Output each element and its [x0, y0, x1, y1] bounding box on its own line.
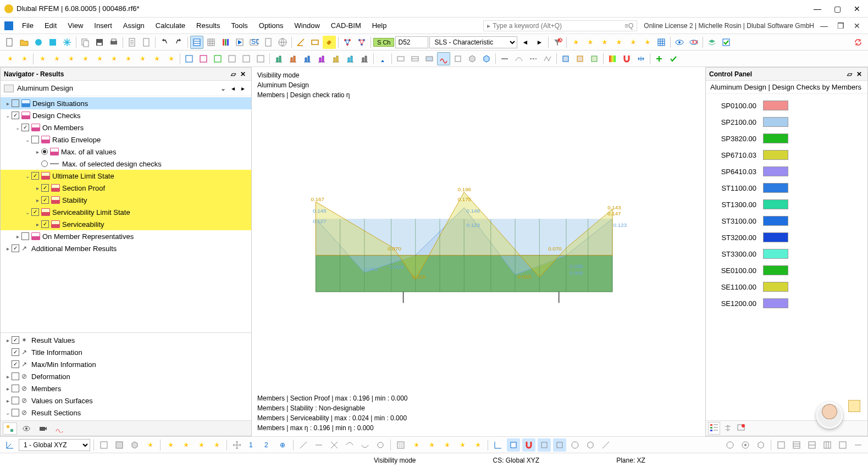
magnet-icon[interactable] — [620, 52, 633, 65]
model-viewport[interactable]: Visibility mode Aluminum Design Members … — [252, 67, 705, 436]
assistant-avatar[interactable] — [816, 402, 843, 429]
nav-tab-eye-icon[interactable] — [19, 422, 34, 435]
sc-icon[interactable]: SC — [247, 36, 261, 49]
menu-cadbim[interactable]: CAD-BIM — [327, 19, 366, 32]
tree-additional-member[interactable]: ▸↗Additional Member Results — [1, 242, 251, 254]
bb-tool-5[interactable] — [164, 438, 177, 452]
dim-yz-icon[interactable] — [626, 36, 639, 49]
bb-sub1-icon[interactable]: 1 — [246, 438, 259, 452]
dim-zz-icon[interactable] — [640, 36, 654, 49]
run-icon[interactable] — [233, 36, 246, 49]
navigator-bottom-tree[interactable]: ▸✶Result Values ↗Title Information ↗Max/… — [1, 332, 251, 420]
bb-snap-3[interactable] — [440, 438, 454, 452]
bb-right-2[interactable] — [739, 438, 752, 452]
coordinate-system-combo[interactable]: 1 - Global XYZ — [19, 439, 90, 451]
menu-assign[interactable]: Assign — [119, 19, 149, 32]
dim-xz-icon[interactable] — [598, 36, 611, 49]
struct-tool-4[interactable] — [315, 52, 328, 65]
bb-snap-2[interactable] — [425, 438, 438, 452]
star-tool-7[interactable] — [93, 52, 106, 65]
bb-axis-icon[interactable] — [491, 438, 505, 452]
dim-yy-icon[interactable] — [612, 36, 625, 49]
print-icon[interactable] — [107, 36, 120, 49]
nav-sub-dropdown-icon[interactable]: ⌄ — [218, 84, 228, 93]
bb-line-2[interactable] — [312, 438, 325, 452]
line-style-4[interactable] — [541, 52, 554, 65]
nav-tab-camera-icon[interactable] — [36, 422, 50, 435]
bb-line-4[interactable] — [343, 438, 356, 452]
star-tool-12[interactable] — [164, 52, 178, 65]
star-tool-10[interactable] — [136, 52, 149, 65]
star-tool-1[interactable] — [3, 52, 16, 65]
frame-tool-1[interactable] — [183, 52, 196, 65]
frame-tool-6[interactable] — [254, 52, 267, 65]
snowflake-icon[interactable] — [60, 36, 74, 49]
star-tool-11[interactable] — [150, 52, 163, 65]
bb-tool-8[interactable] — [210, 438, 223, 452]
nav-sub-prev-icon[interactable]: ◂ — [228, 84, 238, 93]
color-column-icon[interactable] — [219, 36, 232, 49]
eye-value-icon[interactable]: xx — [687, 36, 700, 49]
save-icon[interactable] — [93, 36, 106, 49]
open-folder-icon[interactable] — [18, 36, 31, 49]
bb-view-2[interactable] — [538, 438, 551, 452]
layers-icon[interactable] — [705, 36, 718, 49]
highlight-icon[interactable] — [323, 36, 336, 49]
eye-icon[interactable] — [673, 36, 686, 49]
line-style-2[interactable] — [512, 52, 526, 65]
frame-tool-5[interactable] — [240, 52, 253, 65]
tree-sls[interactable]: ⌄Serviceability Limit State — [1, 206, 251, 218]
bb-line-1[interactable] — [297, 438, 310, 452]
bb-grid-icon[interactable] — [394, 438, 407, 452]
dim-xy-icon[interactable] — [583, 36, 596, 49]
loadcase-combo[interactable] — [395, 36, 428, 48]
struct-tool-5[interactable] — [329, 52, 342, 65]
bb-right-4[interactable] — [775, 438, 788, 452]
view-tool-1[interactable] — [394, 52, 407, 65]
check-tool-icon[interactable] — [667, 52, 680, 65]
struct-tool-3[interactable] — [301, 52, 314, 65]
menu-results[interactable]: Results — [192, 19, 224, 32]
tree-section-proof[interactable]: ▸Section Proof — [1, 182, 251, 194]
app-menu-icon[interactable] — [4, 21, 13, 30]
grid-tool-icon[interactable] — [655, 36, 668, 49]
frame-tool-2[interactable] — [197, 52, 210, 65]
bb-tool-3[interactable] — [128, 438, 141, 452]
tree-members[interactable]: ▸⊘Members — [1, 382, 251, 394]
menu-calculate[interactable]: Calculate — [151, 19, 190, 32]
globe-icon[interactable] — [276, 36, 289, 49]
line-style-1[interactable] — [498, 52, 511, 65]
mdi-restore-button[interactable]: ❐ — [834, 19, 847, 32]
tree-result-sections[interactable]: ⌄⊘Result Sections — [1, 407, 251, 419]
filter-x-icon[interactable]: x — [551, 36, 564, 49]
star-tool-4[interactable] — [50, 52, 63, 65]
bb-sub2-icon[interactable]: 2 — [261, 438, 274, 452]
bb-line-6[interactable] — [374, 438, 387, 452]
menu-view[interactable]: View — [63, 19, 87, 32]
bb-snap-5[interactable] — [471, 438, 484, 452]
assistant-chat-icon[interactable] — [848, 400, 860, 412]
prev-case-icon[interactable]: ◄ — [518, 36, 532, 49]
bb-right-6[interactable] — [805, 438, 819, 452]
control-panel-close-icon[interactable]: ✕ — [854, 69, 864, 79]
next-case-icon[interactable]: ► — [533, 36, 546, 49]
table2-icon[interactable] — [204, 36, 218, 49]
bb-snap-1[interactable] — [410, 438, 423, 452]
star-tool-9[interactable] — [121, 52, 135, 65]
star-tool-5[interactable] — [64, 52, 78, 65]
doc-output-icon[interactable] — [262, 36, 275, 49]
nav-tab-chart-icon[interactable] — [52, 422, 67, 435]
node-blue-icon[interactable] — [355, 36, 368, 49]
cube-tool-1[interactable] — [466, 52, 479, 65]
shape-tool-2[interactable] — [573, 52, 587, 65]
menu-file[interactable]: File — [18, 19, 38, 32]
star-tool-2[interactable] — [18, 52, 31, 65]
copy-icon[interactable] — [79, 36, 92, 49]
keyword-search-input[interactable] — [493, 22, 622, 30]
cloud-icon[interactable] — [32, 36, 45, 49]
struct-tool-7[interactable] — [358, 52, 371, 65]
new-file-icon[interactable] — [3, 36, 16, 49]
bb-right-5[interactable] — [790, 438, 803, 452]
tree-design-situations[interactable]: ▸Design Situations — [1, 97, 251, 109]
tree-ratio-envelope[interactable]: ⌄Ratio Envelope — [1, 134, 251, 146]
